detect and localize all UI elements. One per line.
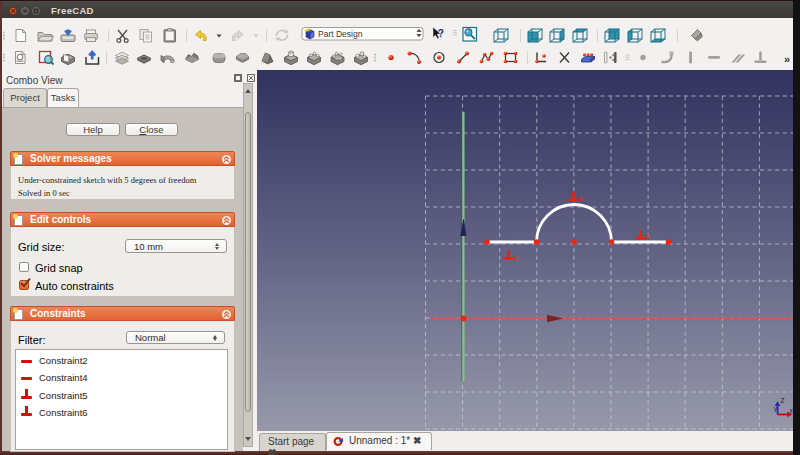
svg-text:Z: Z — [781, 397, 785, 404]
svg-text:5: 5 — [514, 255, 518, 262]
svg-text:Part Design: Part Design — [318, 29, 363, 39]
svg-text:6: 6 — [579, 195, 583, 202]
svg-text:»: » — [784, 53, 790, 65]
svg-text:x: x — [790, 407, 794, 414]
svg-text:Y: Y — [773, 406, 778, 413]
svg-text:6: 6 — [646, 233, 650, 240]
